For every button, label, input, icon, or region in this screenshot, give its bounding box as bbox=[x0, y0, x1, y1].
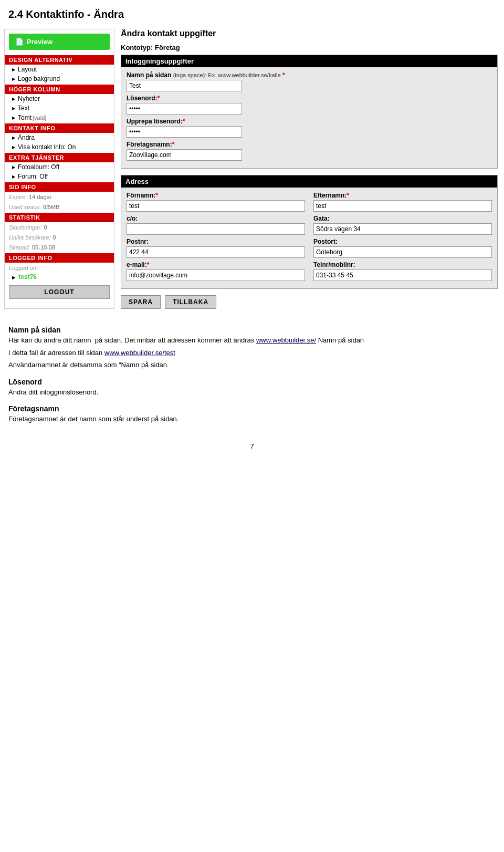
preview-button[interactable]: 📄 Preview bbox=[9, 34, 110, 50]
telnr-input[interactable] bbox=[313, 269, 492, 281]
desc-namn-pa-sidan: Namn på sidan Här kan du ändra ditt namn… bbox=[8, 326, 496, 370]
address-section-header: Adress bbox=[121, 175, 497, 188]
logout-button[interactable]: LOGOUT bbox=[9, 285, 110, 299]
sidebar: 📄 Preview DESIGN ALTERNATIV Layout Logo … bbox=[4, 29, 114, 309]
preview-icon: 📄 bbox=[15, 38, 24, 46]
sidebar-section-sidinfo: SID INFO bbox=[5, 182, 114, 192]
name-row: Förnamn:* Efternamn:* bbox=[127, 192, 492, 212]
sidebar-item-fotoalbum[interactable]: Fotoalbum: Off bbox=[5, 162, 114, 172]
fornamn-group: Förnamn:* bbox=[127, 192, 305, 212]
gata-label: Gata: bbox=[313, 215, 492, 222]
sidebar-section-statistik: STATISTIK bbox=[5, 213, 114, 222]
name-label: Namn på sidan (inga space): Ex. www.webb… bbox=[127, 71, 492, 79]
description-area: Namn på sidan Här kan du ändra ditt namn… bbox=[0, 317, 504, 424]
desc-foretagsnamn: Företagsnamn Företagsnamnet är det namn … bbox=[8, 404, 496, 424]
address-section-body: Förnamn:* Efternamn:* c/o: bbox=[121, 188, 497, 288]
postnr-input[interactable] bbox=[127, 246, 305, 258]
fornamn-input[interactable] bbox=[127, 200, 305, 212]
company-input[interactable] bbox=[127, 149, 242, 161]
co-gata-row: c/o: Gata: bbox=[127, 215, 492, 235]
telnr-group: Telnr/mobilnr: bbox=[313, 261, 492, 281]
co-input[interactable] bbox=[127, 223, 305, 235]
main-layout: 📄 Preview DESIGN ALTERNATIV Layout Logo … bbox=[0, 29, 504, 317]
desc-text-namn-extra2: Användarnamnet är detsamma som “Namn på … bbox=[8, 360, 496, 370]
sidebar-section-extra: EXTRA TJÄNSTER bbox=[5, 153, 114, 162]
postnr-postort-row: Postnr: Postort: bbox=[127, 238, 492, 258]
sidebar-sidvisningar: Sidvisningar: 0 bbox=[5, 222, 114, 232]
content-area: Ändra kontakt uppgifter Kontotyp: Företa… bbox=[119, 29, 500, 309]
password-label: Lösenord:* bbox=[127, 95, 492, 102]
telnr-label: Telnr/mobilnr: bbox=[313, 261, 492, 268]
desc-text-namn-extra: I detta fall är adressen till sidan www.… bbox=[8, 348, 496, 358]
sidebar-user-link[interactable]: test76 bbox=[5, 273, 114, 281]
co-group: c/o: bbox=[127, 215, 305, 235]
address-section: Adress Förnamn:* Efternamn:* bbox=[121, 175, 498, 289]
email-input[interactable] bbox=[127, 269, 305, 281]
desc-heading-foretagsnamn: Företagsnamn bbox=[8, 404, 496, 413]
back-button[interactable]: TILLBAKA bbox=[165, 295, 216, 309]
efternamn-group: Efternamn:* bbox=[313, 192, 492, 212]
sidebar-item-tomt[interactable]: Tomt [vald] bbox=[5, 113, 114, 122]
efternamn-label: Efternamn:* bbox=[313, 192, 492, 199]
postnr-label: Postnr: bbox=[127, 238, 305, 245]
sidebar-item-nyheter[interactable]: Nyheter bbox=[5, 94, 114, 103]
preview-label: Preview bbox=[27, 38, 52, 46]
name-input[interactable] bbox=[127, 80, 242, 91]
sidebar-section-design: DESIGN ALTERNATIV bbox=[5, 55, 114, 65]
sidebar-item-forum[interactable]: Forum: Off bbox=[5, 172, 114, 181]
sidebar-section-logged: LOGGED INFO bbox=[5, 253, 114, 263]
desc-losenord: Lösenord Ändra ditt inloggninslösenord. bbox=[8, 378, 496, 398]
sidebar-expire: Expire: 14 dagar bbox=[5, 192, 114, 202]
form-title: Ändra kontakt uppgifter bbox=[121, 29, 498, 38]
efternamn-input[interactable] bbox=[313, 200, 492, 212]
sidebar-item-logo-bakgrund[interactable]: Logo bakgrund bbox=[5, 74, 114, 84]
desc-heading-namn: Namn på sidan bbox=[8, 326, 496, 334]
postort-label: Postort: bbox=[313, 238, 492, 245]
page-number: 7 bbox=[0, 432, 504, 455]
login-section-header: Inloggningsuppgifter bbox=[121, 55, 497, 67]
sidebar-item-layout[interactable]: Layout bbox=[5, 65, 114, 74]
sidebar-item-andra[interactable]: Ändra bbox=[5, 133, 114, 142]
sidebar-logged-on: Logged on: bbox=[5, 263, 114, 273]
gata-group: Gata: bbox=[313, 215, 492, 235]
login-section: Inloggningsuppgifter Namn på sidan (inga… bbox=[121, 55, 498, 169]
login-section-body: Namn på sidan (inga space): Ex. www.webb… bbox=[121, 67, 497, 168]
co-label: c/o: bbox=[127, 215, 305, 222]
webbuilder-link[interactable]: www.webbuilder.se/ bbox=[256, 336, 316, 344]
page-title: 2.4 Kontaktinfo - Ändra bbox=[0, 0, 504, 29]
email-label: e-mail:* bbox=[127, 261, 305, 268]
sidebar-section-hoger: HÖGER KOLUMN bbox=[5, 85, 114, 94]
email-telnr-row: e-mail:* Telnr/mobilnr: bbox=[127, 261, 492, 281]
repeat-password-input[interactable] bbox=[127, 126, 242, 138]
postort-group: Postort: bbox=[313, 238, 492, 258]
desc-text-losenord: Ändra ditt inloggninslösenord. bbox=[8, 387, 496, 398]
save-button[interactable]: SPARA bbox=[121, 295, 161, 309]
sidebar-item-text[interactable]: Text bbox=[5, 103, 114, 113]
desc-text-foretagsnamn: Företagsnamnet är det namn som står unde… bbox=[8, 414, 496, 424]
account-type: Kontotyp: Företag bbox=[121, 44, 498, 51]
sidebar-space: Used space: 0/5MB bbox=[5, 202, 114, 212]
webbuilder-test-link[interactable]: www.webbuilder.se/test bbox=[104, 349, 175, 357]
postnr-group: Postnr: bbox=[127, 238, 305, 258]
sidebar-section-kontakt: KONTAKT INFO bbox=[5, 123, 114, 133]
sidebar-skapad: Skapad: 05-10-08 bbox=[5, 242, 114, 252]
password-input[interactable] bbox=[127, 103, 242, 115]
name-field-group: Namn på sidan (inga space): Ex. www.webb… bbox=[127, 71, 492, 91]
company-field-group: Företagsnamn:* bbox=[127, 141, 492, 161]
email-group: e-mail:* bbox=[127, 261, 305, 281]
company-label: Företagsnamn:* bbox=[127, 141, 492, 148]
repeat-password-field-group: Upprepa lösenord:* bbox=[127, 118, 492, 138]
desc-text-namn: Här kan du ändra ditt namn på sidan. Det… bbox=[8, 335, 496, 346]
fornamn-label: Förnamn:* bbox=[127, 192, 305, 199]
desc-heading-losenord: Lösenord bbox=[8, 378, 496, 386]
sidebar-item-visa-kontakt[interactable]: Visa kontakt info: On bbox=[5, 142, 114, 152]
repeat-password-label: Upprepa lösenord:* bbox=[127, 118, 492, 125]
sidebar-unika: Unika besökare: 0 bbox=[5, 232, 114, 242]
password-field-group: Lösenord:* bbox=[127, 95, 492, 115]
form-buttons: SPARA TILLBAKA bbox=[121, 295, 498, 309]
postort-input[interactable] bbox=[313, 246, 492, 258]
gata-input[interactable] bbox=[313, 223, 492, 235]
